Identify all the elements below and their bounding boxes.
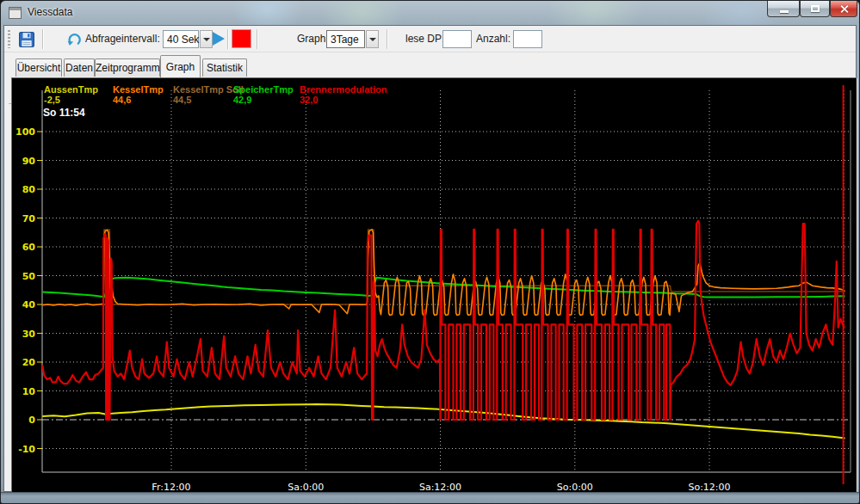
legend-value: 32,0 [300, 95, 318, 105]
interval-combobox[interactable]: 40 Sek [163, 30, 199, 48]
series-brennermodulation [42, 221, 845, 420]
lese-dp-input[interactable] [442, 30, 472, 48]
tab-statistik[interactable]: Statistik [202, 58, 247, 77]
legend-value: 44,5 [173, 95, 191, 105]
close-button[interactable] [830, 1, 857, 17]
maximize-button[interactable] [800, 1, 830, 17]
y-tick-label: 50 [22, 271, 36, 282]
anzahl-input[interactable] [513, 30, 542, 48]
toolbar-separator [387, 29, 387, 49]
y-tick-label: -10 [18, 444, 35, 455]
y-tick-label: 0 [28, 415, 35, 426]
toolbar-separator [42, 29, 43, 49]
plot-svg: -100102030405060708090100Fr:12:00Sa:0:00… [12, 78, 858, 495]
series-kesseltmp [42, 230, 845, 316]
maximize-icon [811, 5, 820, 12]
minimize-button[interactable] [767, 1, 800, 17]
y-tick-label: 90 [22, 156, 36, 167]
tab-graph[interactable]: Graph [160, 55, 201, 77]
anzahl-label: Anzahl: [476, 33, 510, 45]
window-title: Viessdata [28, 6, 72, 18]
save-button[interactable] [15, 28, 37, 50]
graph-range-dropdown-arrow[interactable] [366, 30, 379, 48]
toolbar-separator [257, 29, 257, 49]
y-tick-label: 40 [22, 299, 36, 310]
legend-label: SpeicherTmp [233, 84, 294, 95]
legend-value: 44,6 [113, 95, 131, 105]
y-tick-label: 60 [22, 242, 36, 253]
refresh-button[interactable] [63, 28, 84, 50]
legend-label: AussenTmp [44, 84, 98, 95]
y-tick-label: 70 [22, 213, 36, 224]
app-window: Viessdata [0, 0, 860, 504]
legend-value: -2,5 [44, 95, 60, 105]
tab--bersicht[interactable]: Übersicht [15, 58, 62, 77]
toolbar: Abfrageintervall: 40 Sek Graph: 3Tage le… [4, 26, 856, 52]
chart-panel: -100102030405060708090100Fr:12:00Sa:0:00… [11, 77, 857, 494]
tab-daten[interactable]: Daten [64, 58, 95, 77]
window-bottom-border [1, 492, 859, 503]
app-icon [9, 7, 22, 19]
minimize-icon [780, 10, 789, 13]
lese-dp-label: lese DP: [405, 33, 444, 45]
tab-zeitprogramme[interactable]: Zeitprogramme [95, 58, 160, 77]
graph-range-combobox[interactable]: 3Tage [326, 30, 365, 48]
legend-label: Brennermodulation [300, 84, 387, 95]
interval-dropdown-arrow[interactable] [200, 30, 213, 48]
y-tick-label: 10 [22, 386, 36, 397]
toolbar-separator [227, 29, 228, 49]
close-icon [839, 4, 849, 14]
toolbar-grip-handle[interactable] [8, 30, 10, 48]
series-aussentmp [42, 404, 845, 439]
color-swatch[interactable] [232, 29, 251, 48]
y-tick-label: 20 [22, 357, 36, 368]
y-tick-label: 80 [22, 184, 36, 195]
floppy-disk-icon [19, 32, 34, 47]
tab-strip: ÜbersichtDatenZeitprogrammeGraphStatisti… [4, 52, 856, 77]
refresh-icon [66, 32, 83, 48]
chart-timestamp: So 11:54 [43, 107, 85, 119]
y-tick-label: 100 [15, 126, 35, 138]
titlebar[interactable]: Viessdata [1, 1, 859, 25]
graph-range-label: Graph: [297, 33, 329, 45]
legend-value: 42,9 [233, 95, 251, 105]
interval-label: Abfrageintervall: [85, 33, 160, 45]
window-content: Abfrageintervall: 40 Sek Graph: 3Tage le… [3, 25, 857, 492]
legend-label: KesselTmp [113, 84, 164, 95]
y-tick-label: 30 [22, 329, 36, 340]
play-button[interactable] [213, 32, 225, 46]
